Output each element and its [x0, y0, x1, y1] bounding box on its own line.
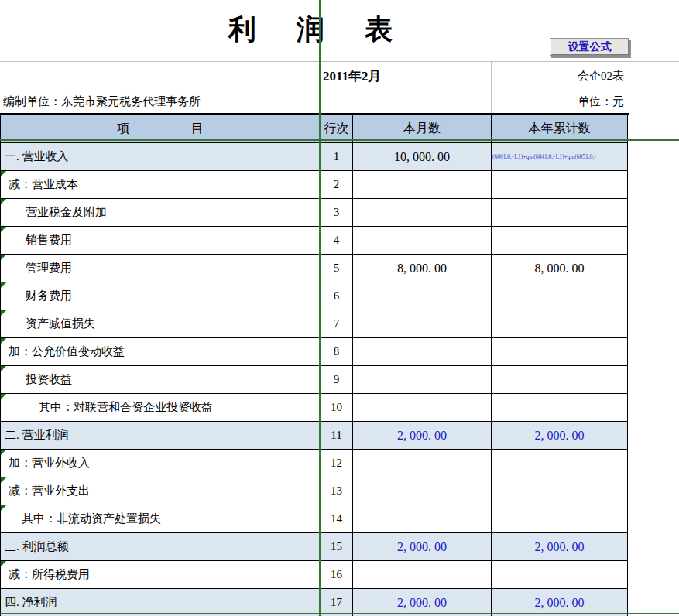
- profit-statement-sheet: 利 润 表 设置公式 2011年2月 会企02表 编制单位：东莞市聚元税务代理事…: [0, 0, 679, 616]
- year-value-cell[interactable]: [492, 394, 628, 421]
- year-value-cell[interactable]: [492, 505, 628, 532]
- unit-cell[interactable]: 单位：元: [491, 91, 624, 113]
- table-row: 加：营业外收入 12: [1, 450, 628, 477]
- month-value-cell[interactable]: [353, 561, 492, 588]
- year-value-cell[interactable]: [492, 366, 628, 393]
- item-cell[interactable]: 财务费用: [1, 282, 321, 310]
- year-value-cell[interactable]: 8, 000. 00: [492, 255, 628, 282]
- item-cell[interactable]: 投资收益: [1, 366, 321, 393]
- line-number-cell[interactable]: 3: [321, 199, 353, 226]
- line-number-cell[interactable]: 11: [321, 422, 353, 449]
- table-row: 投资收益 9: [1, 366, 628, 394]
- year-value-cell[interactable]: [492, 310, 628, 337]
- table-row: 其中：非流动资产处置损失 14: [1, 505, 628, 533]
- column-header-year[interactable]: 本年累计数: [492, 115, 628, 142]
- line-number-cell[interactable]: 2: [321, 171, 353, 198]
- month-value-cell[interactable]: [353, 477, 492, 505]
- comment-triangle-icon: [1, 171, 6, 176]
- item-cell[interactable]: 管理费用: [1, 255, 321, 282]
- item-cell[interactable]: 减：营业成本: [1, 171, 321, 198]
- line-number-cell[interactable]: 6: [321, 282, 353, 310]
- column-header-line[interactable]: 行次: [321, 115, 353, 142]
- year-value-cell[interactable]: (6001,0,-1,1)+qm(6041,0,-1,1)+qm(6051,0,…: [492, 143, 628, 170]
- table-row: 加：公允价值变动收益 8: [1, 338, 628, 366]
- month-value-cell[interactable]: 2, 000. 00: [353, 589, 492, 616]
- item-cell[interactable]: 营业税金及附加: [1, 199, 321, 226]
- year-value-cell[interactable]: [492, 561, 628, 588]
- month-value-cell[interactable]: [353, 505, 492, 532]
- item-cell[interactable]: 三. 利润总额: [1, 533, 321, 560]
- month-value-cell[interactable]: [353, 310, 492, 337]
- line-number-cell[interactable]: 14: [321, 505, 353, 532]
- year-value-cell[interactable]: [492, 450, 628, 477]
- comment-triangle-icon: [1, 394, 6, 399]
- item-cell[interactable]: 减：所得税费用: [1, 561, 321, 588]
- table-row: 三. 利润总额 15 2, 000. 00 2, 000. 00: [1, 533, 628, 561]
- item-cell[interactable]: 加：营业外收入: [1, 450, 321, 477]
- line-number-cell[interactable]: 13: [321, 477, 353, 505]
- month-value-cell[interactable]: [353, 199, 492, 226]
- month-value-cell[interactable]: 8, 000. 00: [353, 255, 492, 282]
- line-number-cell[interactable]: 4: [321, 227, 353, 254]
- page-break-horizontal-line-bottom: [0, 613, 679, 614]
- item-label: 营业税金及附加: [26, 205, 107, 220]
- item-cell[interactable]: 资产减值损失: [1, 310, 321, 337]
- line-number-cell[interactable]: 10: [321, 394, 353, 421]
- month-value-cell[interactable]: 10, 000. 00: [353, 143, 492, 170]
- set-formula-button[interactable]: 设置公式: [550, 38, 629, 56]
- item-cell[interactable]: 其中：非流动资产处置损失: [1, 505, 321, 532]
- item-cell[interactable]: 加：公允价值变动收益: [1, 338, 321, 365]
- year-value-cell[interactable]: [492, 338, 628, 365]
- year-value-cell[interactable]: [492, 227, 628, 254]
- form-number-cell[interactable]: 会企02表: [491, 62, 624, 91]
- line-number-cell[interactable]: 8: [321, 338, 353, 365]
- item-label: 减：营业外支出: [9, 484, 90, 498]
- item-cell[interactable]: 其中：对联营和合资企业投资收益: [1, 394, 321, 421]
- month-value-cell[interactable]: [353, 227, 492, 254]
- item-cell[interactable]: 销售费用: [1, 227, 321, 254]
- table-row: 管理费用 5 8, 000. 00 8, 000. 00: [1, 255, 628, 282]
- line-number-cell[interactable]: 15: [321, 533, 353, 560]
- year-value-cell[interactable]: [492, 171, 628, 198]
- month-value-cell[interactable]: 2, 000. 00: [353, 422, 492, 449]
- table-row: 销售费用 4: [1, 227, 628, 255]
- year-value-cell[interactable]: [492, 199, 628, 226]
- line-number-cell[interactable]: 5: [321, 255, 353, 282]
- comment-triangle-icon: [1, 282, 6, 288]
- month-value-cell[interactable]: [353, 338, 492, 365]
- item-cell[interactable]: 二. 营业利润: [1, 422, 321, 449]
- year-value-cell[interactable]: 2, 000. 00: [492, 533, 628, 560]
- item-cell[interactable]: 减：营业外支出: [1, 477, 321, 505]
- year-value-cell[interactable]: [492, 282, 628, 310]
- line-number-cell[interactable]: 7: [321, 310, 353, 337]
- line-number-cell[interactable]: 1: [321, 143, 353, 170]
- month-value-cell[interactable]: [353, 394, 492, 421]
- item-label: 其中：对联营和合资企业投资收益: [39, 400, 213, 415]
- month-value-cell[interactable]: [353, 450, 492, 477]
- prepared-by-cell[interactable]: 编制单位：东莞市聚元税务代理事务所: [0, 91, 390, 113]
- line-number-cell[interactable]: 12: [321, 450, 353, 477]
- table-row: 减：营业成本 2: [1, 171, 628, 199]
- item-cell[interactable]: 四. 净利润: [1, 589, 321, 616]
- comment-triangle-icon: [1, 255, 6, 260]
- item-label: 销售费用: [26, 233, 72, 248]
- item-cell[interactable]: 一. 营业收入: [1, 143, 321, 170]
- year-value-cell[interactable]: 2, 000. 00: [492, 422, 628, 449]
- year-value-cell[interactable]: 2, 000. 00: [492, 589, 628, 616]
- year-value-cell[interactable]: [492, 477, 628, 505]
- column-header-item[interactable]: 项 目: [1, 115, 321, 142]
- item-label: 加：营业外收入: [9, 456, 90, 471]
- table-body: 一. 营业收入 1 10, 000. 00 (6001,0,-1,1)+qm(6…: [1, 143, 629, 616]
- month-value-cell[interactable]: [353, 171, 492, 198]
- column-header-month[interactable]: 本月数: [353, 115, 492, 142]
- month-value-cell[interactable]: 2, 000. 00: [353, 533, 492, 560]
- table-row: 减：营业外支出 13: [1, 477, 628, 505]
- comment-triangle-icon: [1, 338, 6, 344]
- period-cell[interactable]: 2011年2月: [320, 62, 492, 91]
- line-number-cell[interactable]: 9: [321, 366, 353, 393]
- line-number-cell[interactable]: 17: [321, 589, 353, 616]
- month-value-cell[interactable]: [353, 366, 492, 393]
- month-value-cell[interactable]: [353, 282, 492, 310]
- line-number-cell[interactable]: 16: [321, 561, 353, 588]
- item-label: 财务费用: [26, 289, 72, 303]
